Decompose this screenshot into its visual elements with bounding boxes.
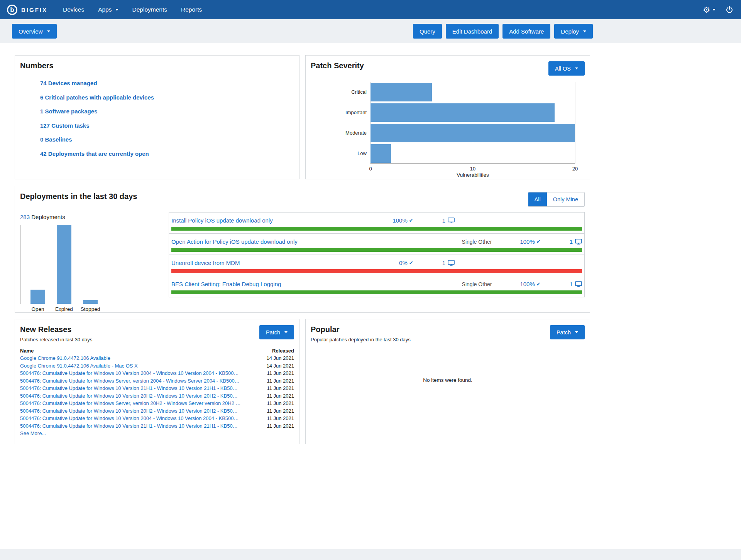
numbers-link-0[interactable]: 74 Devices managed xyxy=(40,80,97,86)
axis-tick-label: 10 xyxy=(470,166,475,172)
release-name-link[interactable]: Google Chrome 91.0.4472.106 Available xyxy=(20,354,257,362)
patch-dropdown-label: Patch xyxy=(557,329,571,336)
deploy-dropdown[interactable]: Deploy xyxy=(554,24,593,39)
edit-dashboard-button[interactable]: Edit Dashboard xyxy=(446,24,499,39)
nav-item-label: Apps xyxy=(98,6,112,13)
severity-bar-track xyxy=(370,124,575,142)
table-row: Google Chrome 91.0.4472.106 Available14 … xyxy=(20,354,294,362)
device-count-number: 1 xyxy=(570,238,573,245)
overview-dropdown[interactable]: Overview xyxy=(12,24,57,39)
see-more-link[interactable]: See More... xyxy=(20,430,46,436)
deployment-device-count: 1 xyxy=(570,238,582,245)
release-date: 11 Jun 2021 xyxy=(257,407,294,415)
patch-severity-chart: CriticalImportantModerateLow 01020 Vulne… xyxy=(311,82,585,178)
release-name-link[interactable]: 5004476: Cumulative Update for Windows S… xyxy=(20,377,257,385)
deployment-device-count: 1 xyxy=(442,217,455,224)
new-releases-patch-dropdown[interactable]: Patch xyxy=(259,325,294,339)
deployments-count-number[interactable]: 283 xyxy=(20,214,30,220)
numbers-title: Numbers xyxy=(20,61,294,70)
dashboard-container: Numbers 74 Devices managed6 Critical pat… xyxy=(15,43,590,444)
chevron-down-icon xyxy=(284,331,288,333)
popular-subtitle: Popular patches deployed in the last 30 … xyxy=(311,337,411,342)
numbers-link-4[interactable]: 0 Baselines xyxy=(40,136,72,143)
table-row: 5004476: Cumulative Update for Windows 1… xyxy=(20,422,294,430)
deployment-row: Install Policy iOS update download only1… xyxy=(169,213,584,234)
chart-category-label: Important xyxy=(311,110,370,115)
severity-bar-track xyxy=(370,144,575,163)
deployment-percent: 100% xyxy=(520,238,535,245)
add-software-button[interactable]: Add Software xyxy=(502,24,550,39)
column-header-released: Released xyxy=(257,348,294,354)
settings-menu-button[interactable]: ⚙ xyxy=(703,6,716,14)
deployment-progress-bar xyxy=(171,290,582,294)
nav-item-deployments[interactable]: Deployments xyxy=(132,0,167,19)
popular-patch-dropdown[interactable]: Patch xyxy=(550,325,585,339)
deployment-link[interactable]: Unenroll device from MDM xyxy=(171,260,399,266)
deployment-success-rate: 100%✔ xyxy=(520,281,540,287)
deployment-row: Unenroll device from MDM0%✔1 xyxy=(169,255,584,276)
filter-all-button[interactable]: All xyxy=(528,192,547,206)
table-row: 5004476: Cumulative Update for Windows 1… xyxy=(20,407,294,415)
patch-severity-panel: Patch Severity All OS CriticalImportantM… xyxy=(305,55,590,179)
numbers-list-item: 1 Software packages xyxy=(40,105,294,119)
deployment-device-count: 1 xyxy=(570,281,582,287)
check-icon: ✔ xyxy=(409,260,413,266)
deployments-count: 283 Deployments xyxy=(20,214,169,220)
chevron-down-icon xyxy=(575,331,578,333)
logout-button[interactable] xyxy=(726,6,733,13)
monitor-icon xyxy=(448,218,455,223)
dashboard-row-1: Numbers 74 Devices managed6 Critical pat… xyxy=(15,55,590,179)
device-count-number: 1 xyxy=(570,281,573,287)
numbers-link-1[interactable]: 6 Critical patches with applicable devic… xyxy=(40,94,154,101)
release-name-link[interactable]: 5004476: Cumulative Update for Windows S… xyxy=(20,400,257,407)
release-name-link[interactable]: 5004476: Cumulative Update for Windows 1… xyxy=(20,392,257,400)
table-row: 5004476: Cumulative Update for Windows S… xyxy=(20,400,294,407)
numbers-link-5[interactable]: 42 Deployments that are currently open xyxy=(40,150,149,157)
release-name-link[interactable]: 5004476: Cumulative Update for Windows 1… xyxy=(20,422,257,430)
chart-category-label: Expired xyxy=(57,306,71,312)
release-name-link[interactable]: 5004476: Cumulative Update for Windows 1… xyxy=(20,369,257,377)
axis-tick-label: 0 xyxy=(369,166,372,172)
os-filter-label: All OS xyxy=(555,66,571,72)
deployment-link[interactable]: Open Action for Policy iOS update downlo… xyxy=(171,238,462,245)
deployment-link[interactable]: BES Client Setting: Enable Debug Logging xyxy=(171,281,462,287)
bigfix-logo-icon: b xyxy=(7,5,17,15)
release-name-link[interactable]: 5004476: Cumulative Update for Windows 1… xyxy=(20,407,257,415)
bigfix-home-link[interactable]: b BIGFIX xyxy=(7,5,47,15)
release-name-link[interactable]: 5004476: Cumulative Update for Windows 1… xyxy=(20,415,257,422)
release-date: 11 Jun 2021 xyxy=(257,385,294,392)
query-button[interactable]: Query xyxy=(413,24,442,39)
nav-item-apps[interactable]: Apps xyxy=(98,0,118,19)
numbers-link-2[interactable]: 1 Software packages xyxy=(40,108,97,115)
numbers-list-item: 127 Custom tasks xyxy=(40,119,294,133)
chevron-down-icon xyxy=(47,30,50,32)
deployment-link[interactable]: Install Policy iOS update download only xyxy=(171,217,392,224)
nav-item-label: Deployments xyxy=(132,6,167,13)
deployments-body: 283 Deployments OpenExpiredStopped Insta… xyxy=(20,212,585,312)
nav-item-reports[interactable]: Reports xyxy=(181,0,202,19)
chevron-down-icon xyxy=(575,67,578,69)
deployment-success-rate: 100%✔ xyxy=(392,217,413,224)
chart-category-label: Stopped xyxy=(83,306,98,312)
filter-only-mine-button[interactable]: Only Mine xyxy=(547,192,584,206)
empty-state-message: No items were found. xyxy=(311,377,585,383)
popular-panel: Popular Popular patches deployed in the … xyxy=(305,319,590,444)
new-releases-table: Google Chrome 91.0.4472.106 Available14 … xyxy=(20,354,294,430)
monitor-icon xyxy=(575,239,582,245)
os-filter-dropdown[interactable]: All OS xyxy=(548,61,585,76)
nav-item-devices[interactable]: Devices xyxy=(63,0,84,19)
table-row: 5004476: Cumulative Update for Windows 1… xyxy=(20,369,294,377)
release-name-link[interactable]: Google Chrome 91.0.4472.106 Available - … xyxy=(20,362,257,370)
top-navbar: b BIGFIX DevicesAppsDeploymentsReports ⚙ xyxy=(0,0,741,19)
chart-category-label: Moderate xyxy=(311,130,370,136)
severity-bar xyxy=(370,144,391,163)
deployment-percent: 0% xyxy=(399,260,408,266)
monitor-icon xyxy=(575,281,582,287)
release-name-link[interactable]: 5004476: Cumulative Update for Windows 1… xyxy=(20,385,257,392)
release-date: 14 Jun 2021 xyxy=(257,354,294,362)
table-row: 5004476: Cumulative Update for Windows 1… xyxy=(20,415,294,422)
deployments-chart-labels: OpenExpiredStopped xyxy=(20,306,169,312)
numbers-list-item: 74 Devices managed xyxy=(40,76,294,91)
table-row: Google Chrome 91.0.4472.106 Available - … xyxy=(20,362,294,370)
numbers-link-3[interactable]: 127 Custom tasks xyxy=(40,122,90,129)
